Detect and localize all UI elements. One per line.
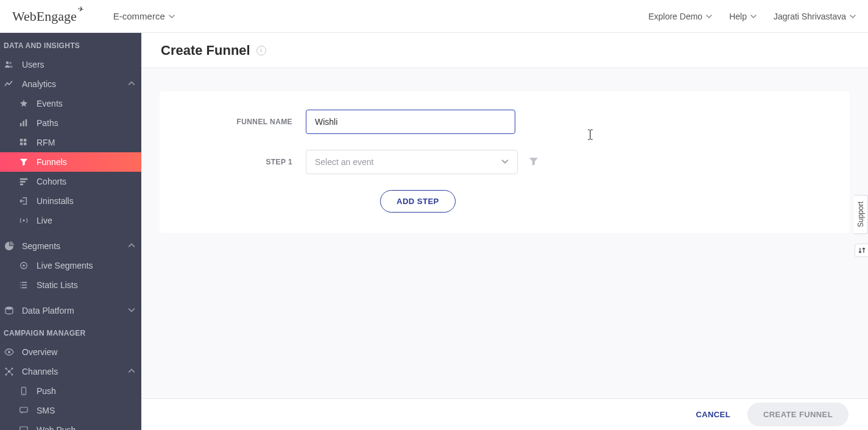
svg-point-1 — [9, 62, 12, 65]
svg-rect-24 — [20, 407, 27, 412]
explore-label: Explore Demo — [648, 12, 702, 21]
sidebar-label: Live — [37, 216, 52, 225]
select-placeholder: Select an event — [315, 157, 374, 167]
sidebar-label: Paths — [37, 118, 58, 128]
svg-rect-25 — [20, 427, 27, 430]
chevron-down-icon — [501, 157, 509, 167]
step1-event-select[interactable]: Select an event — [306, 150, 518, 174]
sidebar-item-data-platform[interactable]: Data Platform — [0, 301, 141, 320]
svg-rect-2 — [20, 123, 22, 126]
chevron-up-icon — [128, 241, 135, 251]
user-dropdown[interactable]: Jagrati Shrivastava — [774, 12, 856, 21]
sidebar-label: Cohorts — [37, 177, 66, 186]
sidebar-item-live[interactable]: Live — [0, 211, 141, 230]
step1-label: STEP 1 — [184, 158, 306, 166]
support-label: Support — [856, 202, 865, 227]
bars-icon — [18, 118, 29, 129]
workspace-dropdown[interactable]: E-commerce — [113, 11, 175, 21]
filter-icon[interactable] — [529, 157, 540, 167]
sidebar-item-analytics[interactable]: Analytics — [0, 74, 141, 94]
sidebar-item-overview[interactable]: Overview — [0, 342, 141, 362]
sidebar-item-uninstalls[interactable]: Uninstalls — [0, 191, 141, 211]
sidebar-item-sms[interactable]: SMS — [0, 401, 141, 420]
svg-rect-5 — [20, 139, 23, 141]
sidebar-item-static-lists[interactable]: Static Lists — [0, 275, 141, 295]
sidebar-label: Push — [37, 386, 56, 396]
user-name: Jagrati Shrivastava — [774, 12, 846, 21]
svg-rect-3 — [23, 121, 24, 127]
sidebar-item-web-push[interactable]: Web Push — [0, 420, 141, 430]
svg-point-16 — [8, 351, 10, 353]
sort-tab[interactable] — [855, 244, 868, 257]
sidebar-item-funnels[interactable]: Funnels — [0, 152, 141, 172]
sidebar-label: Uninstalls — [37, 196, 74, 206]
svg-rect-9 — [20, 178, 27, 180]
sidebar-item-events[interactable]: Events — [0, 94, 141, 113]
chevron-down-icon — [850, 13, 856, 19]
svg-point-12 — [23, 219, 25, 222]
sidebar-label: Segments — [22, 241, 60, 251]
channels-icon — [4, 366, 15, 377]
funnel-name-label: FUNNEL NAME — [184, 118, 306, 126]
logo: WebEngage ✈ — [12, 9, 77, 24]
sidebar-label: Web Push — [37, 425, 76, 430]
content-area: FUNNEL NAME STEP 1 Select an event ADD S… — [141, 68, 868, 398]
footer-bar: CANCEL CREATE FUNNEL — [141, 398, 868, 430]
sidebar-item-users[interactable]: Users — [0, 55, 141, 74]
explore-demo-dropdown[interactable]: Explore Demo — [648, 12, 712, 21]
funnel-name-input[interactable] — [306, 110, 515, 134]
sidebar-item-live-segments[interactable]: Live Segments — [0, 256, 141, 275]
chevron-up-icon — [128, 367, 135, 376]
sidebar-label: Users — [22, 60, 44, 69]
chevron-up-icon — [128, 79, 135, 89]
sidebar: DATA AND INSIGHTS Users Analytics Events… — [0, 0, 141, 430]
cohorts-icon — [18, 176, 29, 187]
add-step-row: ADD STEP — [184, 190, 825, 213]
target-icon — [18, 260, 29, 271]
sidebar-label: Analytics — [22, 79, 56, 89]
star-icon — [18, 98, 29, 109]
sidebar-item-channels[interactable]: Channels — [0, 362, 141, 381]
logo-text: WebEngage — [12, 9, 77, 24]
add-step-button[interactable]: ADD STEP — [380, 190, 456, 213]
chevron-down-icon — [706, 13, 712, 19]
pie-icon — [4, 241, 15, 252]
svg-point-0 — [6, 62, 9, 65]
sidebar-label: Channels — [22, 367, 58, 376]
sidebar-item-rfm[interactable]: RFM — [0, 133, 141, 152]
svg-point-23 — [23, 393, 24, 393]
sidebar-label: RFM — [37, 138, 55, 147]
grid-icon — [18, 137, 29, 148]
users-icon — [4, 59, 15, 70]
chevron-down-icon — [169, 13, 175, 19]
create-funnel-button[interactable]: CREATE FUNNEL — [747, 403, 849, 426]
support-tab[interactable]: Support — [854, 195, 868, 234]
svg-rect-10 — [20, 181, 26, 183]
funnel-form-card: FUNNEL NAME STEP 1 Select an event ADD S… — [160, 91, 850, 233]
topbar-right: Explore Demo Help Jagrati Shrivastava — [648, 12, 856, 21]
svg-rect-7 — [20, 143, 23, 145]
sidebar-item-cohorts[interactable]: Cohorts — [0, 172, 141, 191]
sidebar-item-push[interactable]: Push — [0, 381, 141, 401]
funnel-name-row: FUNNEL NAME — [184, 110, 825, 134]
funnel-icon — [18, 157, 29, 167]
sidebar-item-segments[interactable]: Segments — [0, 236, 141, 256]
chevron-down-icon — [750, 13, 757, 19]
topbar: WebEngage ✈ E-commerce Explore Demo Help… — [0, 0, 868, 33]
page-header: Create Funnel i — [141, 33, 868, 68]
sidebar-item-paths[interactable]: Paths — [0, 113, 141, 133]
eye-icon — [4, 347, 15, 358]
help-label: Help — [729, 12, 747, 21]
sms-icon — [18, 405, 29, 416]
svg-point-15 — [5, 307, 13, 310]
platform-icon — [4, 305, 15, 316]
svg-rect-8 — [24, 143, 26, 145]
sidebar-label: Static Lists — [37, 280, 78, 290]
sort-icon — [858, 247, 866, 254]
help-dropdown[interactable]: Help — [729, 12, 757, 21]
exit-icon — [18, 196, 29, 206]
sidebar-label: Live Segments — [37, 261, 93, 270]
info-icon[interactable]: i — [256, 46, 266, 55]
sidebar-label: SMS — [37, 406, 55, 415]
cancel-button[interactable]: CANCEL — [696, 410, 730, 419]
